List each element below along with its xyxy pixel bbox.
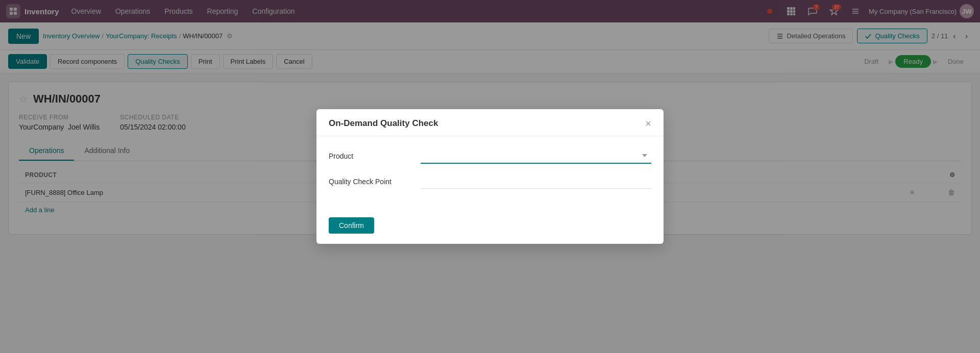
quality-check-point-label: Quality Check Point — [329, 178, 421, 186]
quality-check-point-input[interactable] — [421, 174, 651, 189]
on-demand-quality-check-modal: On-Demand Quality Check × Product Qualit… — [316, 109, 664, 244]
quality-check-point-row: Quality Check Point — [329, 174, 651, 189]
product-field-row: Product — [329, 148, 651, 164]
modal-overlay: On-Demand Quality Check × Product Qualit… — [0, 0, 980, 278]
modal-title: On-Demand Quality Check — [329, 118, 438, 129]
quality-check-point-field — [421, 174, 651, 189]
modal-header: On-Demand Quality Check × — [316, 109, 664, 136]
product-field-label: Product — [329, 152, 421, 160]
product-field — [421, 148, 651, 164]
modal-footer: Confirm — [316, 211, 664, 244]
product-select[interactable] — [421, 148, 651, 164]
modal-close-button[interactable]: × — [645, 118, 651, 129]
modal-body: Product Quality Check Point — [316, 136, 664, 211]
confirm-button[interactable]: Confirm — [329, 217, 374, 234]
